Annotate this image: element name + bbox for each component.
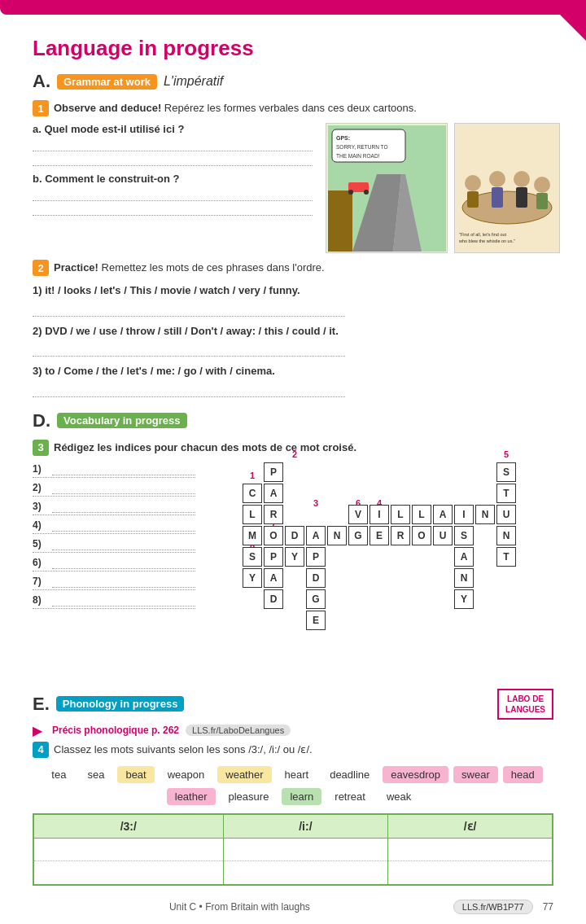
section-d-header: D. Vocabulary in progress (33, 410, 553, 431)
word-chip-deadline: deadline (321, 766, 378, 783)
grammar-section: a. Quel mode est-il utilisé ici ? b. Com… (33, 123, 553, 253)
footer: Unit C • From Britain with laughs LLS.fr… (0, 900, 586, 914)
question-a: a. Quel mode est-il utilisé ici ? (33, 123, 313, 166)
cell-e: E (370, 526, 389, 545)
practice-item-2-num: 2) (33, 325, 45, 337)
answer-1-long-line[interactable] (33, 316, 345, 317)
svg-point-17 (514, 171, 530, 187)
cell-ng: N (327, 526, 347, 545)
cell-r1: R (391, 526, 410, 545)
section-a-subtitle: L'impératif (164, 74, 223, 89)
exercise-2-num: 2 (33, 260, 49, 276)
phono-cell-1-1[interactable] (33, 838, 223, 861)
section-d-letter: D. (33, 410, 50, 431)
arrow-icon: ▶ (33, 723, 42, 738)
cell-t: T (496, 484, 516, 503)
cell-l1: L (391, 505, 410, 524)
hint-4: 4) (33, 519, 195, 534)
practice-item-2: 2) DVD / we / use / throw / still / Don'… (33, 323, 553, 357)
word-chips: tea sea beat weapon weather heart deadli… (33, 766, 553, 805)
section-e-badge: Phonology in progress (56, 696, 185, 712)
answer-3-long-line[interactable] (33, 396, 345, 397)
phono-header-1: /3:/ (33, 814, 223, 839)
word-chip-sea: sea (79, 766, 112, 783)
cartoon-1: GPS: SORRY, RETURN TO THE MAIN ROAD! (326, 123, 448, 253)
hint-7: 7) (33, 575, 195, 590)
answer-a-line[interactable] (33, 137, 313, 151)
svg-text:SORRY, RETURN TO: SORRY, RETURN TO (336, 144, 387, 150)
phono-cell-1-3[interactable] (388, 838, 553, 861)
phono-row-2 (33, 861, 553, 885)
cell-y1: Y (243, 568, 262, 588)
lls-link[interactable]: LLS.fr/LaboDeLangues (186, 725, 291, 736)
cell-e1: E (306, 611, 326, 630)
cell-a-r1: A (264, 484, 283, 503)
section-e-letter: E. (33, 694, 50, 715)
cell-g: G (348, 526, 368, 545)
cell-v: V (348, 505, 368, 524)
cell-o: O (264, 526, 283, 545)
section-a-badge: Grammar at work (57, 74, 157, 90)
svg-point-13 (465, 175, 481, 191)
cell-a1: A (433, 505, 453, 524)
word-chip-pleasure: pleasure (221, 788, 278, 805)
svg-rect-14 (467, 191, 479, 208)
phonology-links-row: ▶ Précis phonologique p. 262 LLS.fr/Labo… (33, 723, 553, 738)
col-num-1: 1 (243, 471, 262, 480)
practice-item-3-text: to / Come / the / let's / me: / go / wit… (45, 365, 275, 377)
phono-header-3: /ɛ/ (388, 814, 553, 839)
footer-link[interactable]: LLS.fr/WB1P77 (453, 900, 533, 914)
cartoon-2: "First of all, let's find out who blew t… (454, 123, 560, 253)
word-chip-eavesdrop: eavesdrop (383, 766, 448, 783)
footer-page: 77 (543, 901, 553, 913)
precis-link[interactable]: Précis phonologique p. 262 (52, 725, 179, 736)
cell-s1: S (243, 547, 262, 567)
word-chip-weather: weather (217, 766, 271, 783)
svg-rect-18 (516, 187, 527, 208)
phono-cell-2-2[interactable] (223, 861, 388, 885)
page: Language in progress A. Grammar at work … (0, 0, 586, 924)
phono-header-2: /i:/ (223, 814, 388, 839)
practice-item-3: 3) to / Come / the / let's / me: / go / … (33, 363, 553, 397)
cell-p: P (264, 547, 283, 567)
exercise-4-header: 4 Classez les mots suivants selon les so… (33, 742, 553, 758)
exercise-1-text: Observe and deduce! Repérez les formes v… (54, 100, 417, 116)
phono-cell-2-1[interactable] (33, 861, 223, 885)
exercise-3-num: 3 (33, 440, 49, 456)
section-d: D. Vocabulary in progress 3 Rédigez les … (33, 410, 553, 674)
cell-t1: T (496, 547, 516, 567)
cell-d: D (285, 526, 304, 545)
hint-6: 6) (33, 556, 195, 571)
cell-s: S (496, 462, 516, 482)
grammar-left: a. Quel mode est-il utilisé ici ? b. Com… (33, 123, 313, 253)
hint-1: 1) (33, 462, 195, 478)
phono-cell-2-3[interactable] (388, 861, 553, 885)
answer-b-line2[interactable] (33, 201, 313, 216)
answer-a-line2[interactable] (33, 151, 313, 166)
col-num-2: 2 (285, 449, 304, 459)
cell-y: Y (285, 547, 304, 567)
section-e: E. Phonology in progress LABO DE LANGUES… (33, 689, 553, 887)
practice-item-2-text: DVD / we / use / throw / still / Don't /… (45, 325, 339, 337)
word-chip-head: head (503, 766, 543, 783)
section-d-badge: Vocabulary in progress (57, 413, 187, 428)
practice-item-3-num: 3) (33, 365, 45, 377)
cell-g1: G (306, 589, 326, 609)
cell-d1: D (306, 568, 326, 588)
crossword-hints: 1) 2) 3) 4) 5) (33, 462, 195, 674)
answer-b-line[interactable] (33, 186, 313, 201)
exercise-3-bold: Rédigez les indices pour chacun des mots… (54, 441, 356, 453)
section-a-letter: A. (33, 71, 50, 92)
cell-a4: A (264, 568, 283, 588)
word-chip-heart: heart (277, 766, 317, 783)
cell-n1: N (496, 526, 516, 545)
svg-point-9 (348, 190, 353, 195)
cell-a3: A (454, 547, 474, 567)
cell-c: C (243, 484, 262, 503)
exercise-2-header: 2 Practice! Remettez les mots de ces phr… (33, 260, 553, 276)
word-chip-learn: learn (282, 788, 321, 805)
answer-2-long-line[interactable] (33, 356, 345, 357)
cell-r: R (264, 505, 283, 524)
hint-3: 3) (33, 500, 195, 515)
phono-cell-1-2[interactable] (223, 838, 388, 861)
